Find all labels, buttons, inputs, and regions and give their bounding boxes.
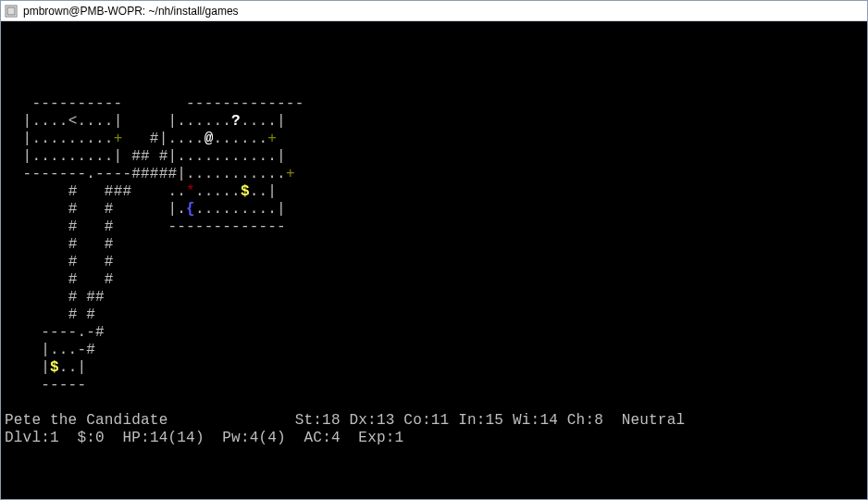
map-glyph: |......... [5,131,114,147]
map-glyph: | [5,359,50,376]
map-glyph: ..... [195,183,241,200]
map-glyph: .........| [195,201,286,218]
gold-label: $: [77,430,95,446]
map-glyph: ..| [59,359,86,376]
map-glyph: # [105,201,114,218]
map-glyph: $ [50,359,59,376]
map-glyph: |.... [159,131,205,147]
map-glyph: # [68,306,78,323]
map-glyph: + [286,166,295,182]
co-value: 11 [431,412,450,429]
co-label: Co: [403,412,430,429]
dx-value: 13 [377,412,395,429]
map-glyph: ..| [250,183,277,200]
map-glyph: ...... [213,131,267,147]
map-glyph [5,236,68,253]
blank-line [5,394,863,412]
map-glyph: # [86,306,95,323]
map-glyph [77,271,104,288]
map-row: -------.----#####|...........+ [5,166,863,183]
character-name: Pete the Candidate [5,412,167,429]
map-glyph: ? [231,113,241,130]
map-row: |...-# [5,342,863,359]
map-glyph [77,201,104,218]
map-glyph: + [267,131,277,147]
map-glyph: ----- [5,377,86,394]
map-glyph: $ [241,183,250,200]
map-glyph: @ [205,131,214,147]
wi-value: 14 [539,412,558,429]
map-glyph [5,289,68,306]
map-glyph [5,183,68,200]
map-glyph: * [186,183,195,200]
terminal-viewport[interactable]: ---------- ------------- |....<....| |..… [1,21,867,499]
ch-value: 8 [594,412,603,429]
map-glyph: .. [167,183,186,200]
map-row: # ### ..*.....$..| [5,183,863,201]
map-glyph: . [86,166,95,182]
map-glyph: # [86,342,95,358]
ac-value: 4 [331,430,341,446]
blank-line [5,25,863,43]
system-menu-icon[interactable] [5,5,18,18]
map-glyph: # [68,219,78,235]
map-glyph: # [68,271,78,288]
map-row: ----.-# [5,324,863,342]
ch-label: Ch: [567,412,594,429]
map-row: ----- [5,377,863,394]
map-glyph [77,289,86,306]
map-glyph [5,219,68,235]
map-glyph: |.... [5,113,68,130]
map-glyph: # [159,148,168,165]
gold-value: 0 [95,430,105,446]
map-glyph: # [105,219,114,235]
map-glyph [77,183,104,200]
map-glyph: ------------- [114,219,286,235]
map-glyph: # [68,289,78,306]
map-glyph: { [186,201,195,218]
map-glyph: ------- [5,166,86,182]
map-glyph [77,236,104,253]
map-glyph: |...........| [167,148,285,165]
map-glyph: . [77,324,86,341]
map-glyph: ### [105,183,131,200]
hp-value: 14(14) [150,430,205,446]
map-glyph [5,271,68,288]
map-glyph: |...- [5,342,86,358]
map-glyph: ## [131,148,150,165]
map-glyph [131,183,167,200]
map-glyph [5,306,68,323]
wi-label: Wi: [513,412,539,429]
blank-line [5,78,863,95]
map-glyph [5,254,68,270]
map-glyph: # [105,254,114,270]
map-row: ---------- ------------- [5,95,863,113]
map-glyph: # [105,236,114,253]
status-line-1: Pete the Candidate St:18 Dx:13 Co:11 In:… [5,412,863,430]
map-glyph [5,201,68,218]
status-line-2: Dlvl:1 $:0 HP:14(14) Pw:4(4) AC:4 Exp:1 [5,430,863,447]
map-glyph: # [68,183,78,200]
map-glyph: |.........| [5,148,131,165]
map-row: # # [5,236,863,254]
in-value: 15 [486,412,504,429]
map-glyph: < [68,113,78,130]
map-glyph [77,254,104,270]
window-titlebar[interactable]: pmbrown@PMB-WOPR: ~/nh/install/games [1,1,867,21]
window-frame: pmbrown@PMB-WOPR: ~/nh/install/games ---… [0,0,868,500]
map-glyph: # [150,131,159,147]
map-glyph: # [68,254,78,270]
map-glyph: # [105,271,114,288]
map-glyph: ## [86,289,105,306]
map-glyph: |. [114,201,186,218]
pw-value: 4(4) [250,430,286,446]
map-row: # ## [5,289,863,306]
map-row: # # [5,306,863,324]
map-row: # # [5,271,863,289]
map-row: # # ------------- [5,219,863,236]
map-row: |....<....| |......?....| [5,113,863,131]
exp-value: 1 [395,430,404,446]
dlvl-label: Dlvl: [5,430,50,446]
map-glyph [77,306,86,323]
ac-label: AC: [304,430,331,446]
